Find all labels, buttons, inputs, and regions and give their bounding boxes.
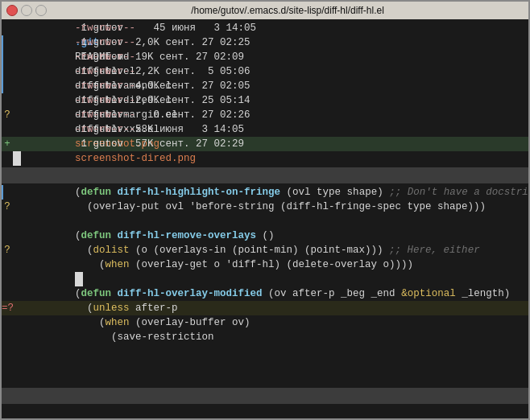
gutter-8 — [2, 122, 13, 137]
minibuffer[interactable] — [2, 404, 528, 418]
gutter-7: ? — [2, 108, 13, 122]
gutter-9: + — [2, 137, 13, 151]
gutter-2 — [2, 35, 13, 50]
code-gutter-5: ? — [2, 243, 13, 257]
titlebar: /home/gutov/.emacs.d/site-lisp/diff-hl/d… — [2, 2, 528, 19]
code-gutter-2: ? — [2, 200, 13, 214]
modeline-dired: U:%%- diff-hl Bot (12,0) (Dired by name … — [2, 167, 528, 183]
dired-pane: -rw-rw-r-- 1 gutov 45 июня 3 14:05 .git … — [2, 19, 528, 167]
modeline-code: -(DOS)--- diff-hl.el 54% (271,0) Git:mas… — [2, 388, 528, 404]
gutter-4 — [2, 64, 13, 79]
maximize-button[interactable] — [35, 5, 47, 16]
emacs-window: /home/gutov/.emacs.d/site-lisp/diff-hl/d… — [0, 0, 530, 420]
code-gutter-1 — [2, 185, 13, 200]
gutter-6 — [2, 93, 13, 108]
editor-area: -rw-rw-r-- 1 gutov 45 июня 3 14:05 .git … — [2, 19, 528, 418]
window-controls[interactable] — [6, 5, 47, 16]
gutter-1 — [2, 21, 13, 35]
code-line-2: ? (overlay-put ovl 'before-string (diff-… — [2, 200, 528, 214]
code-line-11: (save-restriction — [2, 330, 528, 344]
code-gutter-9: =? — [2, 301, 13, 315]
dired-line-9[interactable]: + -rw-rw-r-- 1 gutov 57K сент. 27 02:29 … — [2, 137, 528, 151]
minimize-button[interactable] — [21, 5, 32, 16]
gutter-3 — [2, 50, 13, 64]
window-title: /home/gutov/.emacs.d/site-lisp/diff-hl/d… — [52, 5, 524, 16]
close-button[interactable] — [6, 5, 18, 16]
code-pane: (defun diff-hl-highlight-on-fringe (ovl … — [2, 183, 528, 388]
gutter-5 — [2, 79, 13, 93]
